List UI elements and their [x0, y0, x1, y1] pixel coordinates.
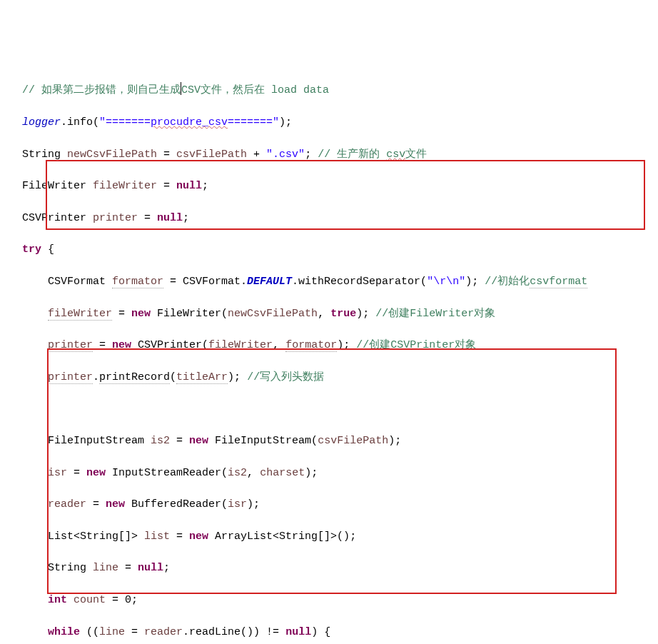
code-line: CSVFormat formator = CSVFormat.DEFAULT.w…	[3, 274, 658, 290]
code-line: int count = 0;	[3, 593, 658, 608]
code-line: fileWriter = new FileWriter(newCsvFilePa…	[3, 306, 658, 322]
code-line: try {	[3, 242, 658, 258]
code-line: String newCsvFilePath = csvFilePath + ".…	[3, 147, 658, 163]
code-editor-content[interactable]: // 如果第二步报错，则自己生成CSV文件，然后在 load data logg…	[3, 66, 658, 644]
code-line: CSVPrinter printer = null;	[3, 211, 658, 226]
code-line: FileInputStream is2 = new FileInputStrea…	[3, 433, 658, 449]
code-line: logger.info("=======procudre_csv======="…	[3, 115, 658, 131]
code-line: while ((line = reader.readLine()) != nul…	[3, 625, 658, 640]
code-line: isr = new InputStreamReader(is2, charset…	[3, 466, 658, 481]
code-line: reader = new BufferedReader(isr);	[3, 497, 658, 513]
code-line: FileWriter fileWriter = null;	[3, 178, 658, 194]
code-line: String line = null;	[3, 560, 658, 576]
code-line: printer = new CSVPrinter(fileWriter, for…	[3, 338, 658, 353]
code-line: // 如果第二步报错，则自己生成CSV文件，然后在 load data	[3, 82, 658, 99]
code-line: List<String[]> list = new ArrayList<Stri…	[3, 529, 658, 545]
code-line	[3, 401, 658, 417]
code-line: printer.printRecord(titleArr); //写入列头数据	[3, 370, 658, 386]
